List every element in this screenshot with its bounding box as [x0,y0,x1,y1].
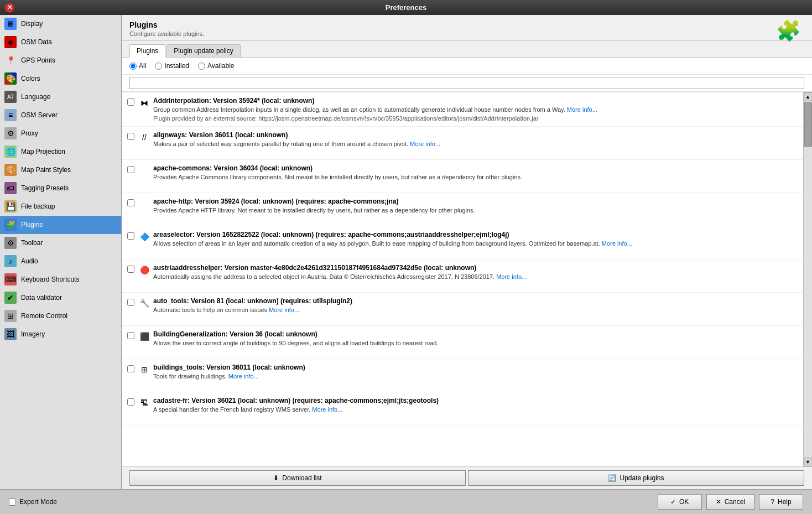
sidebar-icon-display: 🖥 [4,18,17,30]
sidebar-item-file-backup[interactable]: 💾File backup [0,198,121,216]
sidebar-item-map-paint-styles[interactable]: 🎨Map Paint Styles [0,161,121,179]
plugin-desc-buildings-tools: Tools for drawing buildings. More info..… [153,372,798,381]
filter-option-available[interactable]: Available [198,62,234,70]
filter-option-installed[interactable]: Installed [155,62,189,70]
plugin-more-info-link-alignways[interactable]: More info... [408,141,440,147]
plugin-checkbox-auto-tools[interactable] [127,299,134,306]
sidebar-item-remote-control[interactable]: ⊞Remote Control [0,307,121,325]
sidebar-item-proxy[interactable]: ⚙Proxy [0,124,121,143]
sidebar-item-tagging-presets[interactable]: 🏷Tagging Presets [0,179,121,198]
filter-radio-installed[interactable] [155,63,162,70]
plugin-row-buildings-tools: ⊞buildings_tools: Version 36011 (local: … [122,359,803,392]
footer-btn-ok[interactable]: ✓OK [658,494,702,510]
scroll-up-arrow[interactable]: ▲ [804,92,813,101]
expert-mode-label: Expert Mode [19,498,57,506]
content-header: Plugins Configure available plugins. [122,15,812,41]
sidebar-item-gps-points[interactable]: 📍GPS Points [0,51,121,70]
expert-mode-container: Expert Mode [9,498,57,506]
section-subtitle: Configure available plugins. [129,30,804,37]
sidebar-icon-gps-points: 📍 [4,54,17,66]
plugin-checkbox-apache-commons[interactable] [127,166,134,173]
filter-label-all: All [139,62,146,70]
tab-plugin-update-policy-tab[interactable]: Plugin update policy [166,44,240,57]
sidebar-label-remote-control: Remote Control [21,312,67,320]
footer: Expert Mode ✓OK✕Cancel?Help [0,489,812,514]
plugin-name-addrinterpolation: AddrInterpolation: Version 35924* (local… [153,97,798,105]
search-bar [122,75,812,92]
sidebar-label-data-validator: Data validator [21,294,62,302]
plugin-icon-areaselector: 🔷 [139,231,150,242]
plugin-icon-cadastre-fr: 🏗 [139,397,150,408]
sidebar-item-plugins[interactable]: 🧩Plugins [0,216,121,234]
plugin-checkbox-buildinggeneralization[interactable] [127,332,134,339]
plugin-info-cadastre-fr: cadastre-fr: Version 36021 (local: unkno… [153,397,798,414]
btn-label-download-list: Download list [282,474,321,482]
plugin-more-info-link-buildings-tools[interactable]: More info... [227,373,259,380]
btn-label-update-plugins: Update plugins [620,474,664,482]
expert-mode-checkbox[interactable] [9,499,16,506]
sidebar-item-osm-server[interactable]: ≡OSM Server [0,106,121,124]
plugin-checkbox-areaselector[interactable] [127,232,134,240]
sidebar-item-keyboard-shortcuts[interactable]: ⌨Keyboard Shortcuts [0,271,121,289]
plugin-name-buildinggeneralization: BuildingGeneralization: Version 36 (loca… [153,330,798,338]
plugin-more-info-link-cadastre-fr[interactable]: More info... [310,406,342,413]
plugin-checkbox-buildings-tools[interactable] [127,365,134,372]
sidebar-icon-toolbar: ⚙ [4,237,17,249]
btn-icon-update-plugins: 🔄 [608,474,616,482]
plugin-desc-buildinggeneralization: Allows the user to correct angle of buil… [153,339,798,347]
plugin-checkbox-addrinterpolation[interactable] [127,98,134,106]
sidebar-item-map-projection[interactable]: 🌐Map Projection [0,143,121,161]
plugin-checkbox-austriaaddresshelper[interactable] [127,266,134,273]
plugin-more-info-link-areaselector[interactable]: More info... [600,240,632,247]
sidebar-label-map-paint-styles: Map Paint Styles [21,166,71,174]
filter-area: AllInstalledAvailable [122,58,812,92]
sidebar-item-audio[interactable]: ♪Audio [0,252,121,271]
plugin-row-addrinterpolation: ⧓AddrInterpolation: Version 35924* (loca… [122,92,803,127]
footer-btn-help[interactable]: ?Help [759,494,803,510]
sidebar-item-display[interactable]: 🖥Display [0,15,121,33]
plugin-icon-buildinggeneralization: ⬛ [139,331,150,342]
scrollbar-track[interactable]: ▲ ▼ [803,92,812,466]
plugin-info-buildings-tools: buildings_tools: Version 36011 (local: u… [153,364,798,381]
tab-plugins-tab[interactable]: Plugins [129,44,165,58]
sidebar-item-osm-data[interactable]: ◈OSM Data [0,33,121,51]
sidebar-label-tagging-presets: Tagging Presets [21,184,69,192]
plugin-row-auto-tools: 🔧auto_tools: Version 81 (local: unknown)… [122,293,803,326]
filter-radio-available[interactable] [198,63,205,70]
sidebar-icon-osm-server: ≡ [4,109,17,121]
sidebar-item-imagery[interactable]: 🖼Imagery [0,325,121,344]
filter-label-installed: Installed [164,62,189,70]
filter-option-all[interactable]: All [129,62,146,70]
sidebar-label-colors: Colors [21,75,40,82]
scrollbar-thumb[interactable] [804,102,812,147]
sidebar-icon-audio: ♪ [4,255,17,267]
footer-btn-cancel[interactable]: ✕Cancel [706,494,754,510]
sidebar-icon-keyboard-shortcuts: ⌨ [4,273,17,285]
sidebar-label-display: Display [21,20,43,28]
filter-row: AllInstalledAvailable [122,58,812,75]
action-btn-download-list[interactable]: ⬇Download list [129,470,466,486]
plugin-checkbox-cadastre-fr[interactable] [127,398,134,406]
sidebar-icon-plugins: 🧩 [4,219,17,231]
plugin-row-alignways: //alignways: Version 36011 (local: unkno… [122,127,803,160]
sidebar-icon-data-validator: ✔ [4,292,17,304]
plugin-checkbox-alignways[interactable] [127,133,134,140]
filter-radio-all[interactable] [129,63,137,70]
search-input[interactable] [129,77,804,89]
action-btn-update-plugins[interactable]: 🔄Update plugins [468,470,804,486]
plugin-more-info-link-austriaaddresshelper[interactable]: More info... [495,273,527,280]
plugin-checkbox-apache-http[interactable] [127,199,134,206]
sidebar-item-toolbar[interactable]: ⚙Toolbar [0,234,121,252]
plugin-name-auto-tools: auto_tools: Version 81 (local: unknown) … [153,297,798,305]
plugin-more-info-link-addrinterpolation[interactable]: More info... [565,106,597,113]
scroll-down-arrow[interactable]: ▼ [804,458,813,466]
plugin-name-areaselector: areaselector: Version 1652822522 (local:… [153,231,798,238]
close-button[interactable]: ✕ [4,3,14,13]
plugin-name-buildings-tools: buildings_tools: Version 36011 (local: u… [153,364,798,371]
sidebar-item-data-validator[interactable]: ✔Data validator [0,289,121,307]
plugin-icon-addrinterpolation: ⧓ [139,97,150,108]
plugin-more-info-link-auto-tools[interactable]: More info... [267,307,299,313]
sidebar-item-colors[interactable]: 🎨Colors [0,70,121,88]
sidebar-item-language[interactable]: ATLanguage [0,88,121,106]
plugin-row-cadastre-fr: 🏗cadastre-fr: Version 36021 (local: unkn… [122,392,803,425]
